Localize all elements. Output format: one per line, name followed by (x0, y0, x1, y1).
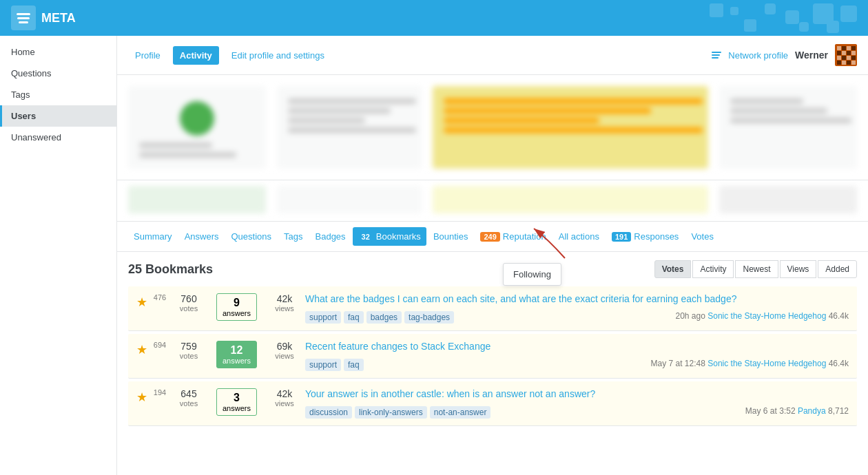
tags-row: support faq (305, 359, 364, 371)
sidebar: Home Questions Tags Users Unanswered (0, 36, 117, 475)
vote-count: 759 (180, 341, 196, 352)
tag[interactable]: tag-badges (404, 311, 454, 324)
table-row: ★ 476 760 votes 9 answers 42k views What… (128, 286, 857, 331)
tag[interactable]: support (305, 359, 341, 371)
profile-section-2 (117, 180, 868, 222)
table-row: ★ 694 759 votes 12 answers 69k views Rec… (128, 334, 857, 379)
votes-label: votes (180, 304, 198, 313)
vote-count: 645 (180, 388, 196, 399)
sidebar-item-unanswered[interactable]: Unanswered (0, 127, 116, 148)
meta-rep: 46.4k (829, 311, 849, 321)
tab-answers[interactable]: Answers (179, 227, 225, 246)
meta-user-link[interactable]: Sonic the Stay-Home Hedgehog (707, 359, 828, 368)
meta-user-link[interactable]: Sonic the Stay-Home Hedgehog (707, 311, 828, 321)
tag[interactable]: not-an-answer (430, 406, 491, 419)
sort-views[interactable]: Views (780, 260, 817, 278)
section-title: 25 Bookmarks (128, 262, 213, 277)
tab-responses[interactable]: 191 Responses (606, 227, 684, 246)
votes-cell: 759 votes (175, 341, 203, 360)
profile-stats-box (277, 86, 422, 169)
tab-votes[interactable]: Votes (685, 227, 719, 246)
bookmark-count: 194 (152, 388, 168, 397)
question-title[interactable]: Recent feature changes to Stack Exchange (305, 341, 490, 352)
votes-label: votes (180, 352, 198, 360)
sort-newest[interactable]: Newest (735, 260, 778, 278)
tab-profile[interactable]: Profile (128, 46, 167, 65)
question-content: Your answer is in another castle: when i… (305, 388, 849, 419)
view-count: 69k (277, 341, 293, 352)
sidebar-item-home[interactable]: Home (0, 41, 116, 63)
tag[interactable]: link-only-answers (355, 406, 427, 419)
bookmark-star-icon: ★ (136, 390, 147, 405)
top-tabs-bar: Profile Activity Edit profile and settin… (117, 36, 868, 75)
question-title[interactable]: Your answer is in another castle: when i… (305, 388, 595, 399)
meta-time: 20h ago (675, 311, 705, 321)
views-label: views (275, 304, 294, 313)
network-profile-label: Network profile (728, 50, 788, 61)
meta-rep: 8,712 (828, 406, 849, 416)
question-meta: May 6 at 3:52 Pandya 8,712 (745, 406, 849, 416)
question-list: ★ 476 760 votes 9 answers 42k views What… (117, 286, 868, 426)
answers-label: answers (223, 404, 251, 412)
tag[interactable]: discussion (305, 406, 352, 419)
views-label: views (275, 399, 294, 408)
avatar (835, 44, 857, 66)
tab-edit-profile[interactable]: Edit profile and settings (225, 46, 331, 65)
tab-questions[interactable]: Questions (225, 227, 277, 246)
bookmark-count: 694 (152, 341, 168, 350)
tab-summary[interactable]: Summary (128, 227, 178, 246)
section-title-text: Bookmarks (145, 262, 213, 276)
sort-votes[interactable]: Votes (654, 260, 692, 278)
tab-bounties[interactable]: Bounties (428, 227, 474, 246)
question-meta: 20h ago Sonic the Stay-Home Hedgehog 46.… (675, 311, 849, 321)
bookmark-star-icon: ★ (136, 295, 147, 310)
question-meta: May 7 at 12:48 Sonic the Stay-Home Hedge… (650, 359, 849, 368)
bookmarks-badge: 32 (358, 232, 373, 242)
sidebar-item-tags[interactable]: Tags (0, 84, 116, 105)
view-count: 42k (277, 293, 293, 304)
answer-count: 12 (223, 344, 251, 357)
answers-box: 3 answers (216, 388, 257, 416)
responses-badge: 191 (612, 232, 631, 242)
tags-row: discussion link-only-answers not-an-answ… (305, 406, 490, 419)
answer-count: 9 (223, 297, 251, 309)
sort-activity[interactable]: Activity (692, 260, 734, 278)
tag[interactable]: support (305, 311, 341, 324)
meta-time: May 6 at 3:52 (745, 406, 796, 416)
main-content: Profile Activity Edit profile and settin… (117, 36, 868, 475)
tab-badges[interactable]: Badges (310, 227, 351, 246)
sort-added[interactable]: Added (818, 260, 857, 278)
sidebar-item-questions[interactable]: Questions (0, 63, 116, 84)
meta-user-link[interactable]: Pandya (798, 406, 828, 416)
reputation-badge: 249 (480, 232, 499, 242)
answers-label: answers (223, 357, 251, 365)
site-header: META (0, 0, 868, 36)
sidebar-item-users[interactable]: Users (0, 105, 116, 127)
votes-cell: 760 votes (175, 293, 203, 313)
votes-cell: 645 votes (175, 388, 203, 408)
nav-tabs-bar: Summary Answers Questions Tags Badges 32… (117, 222, 868, 252)
nav-section: Summary Answers Questions Tags Badges 32… (117, 222, 868, 252)
question-content: Recent feature changes to Stack Exchange… (305, 341, 849, 371)
bookmark-star-icon: ★ (136, 342, 147, 357)
site-logo[interactable]: META (11, 6, 76, 30)
svg-rect-5 (799, 22, 809, 32)
tab-tags[interactable]: Tags (278, 227, 308, 246)
tag[interactable]: faq (344, 359, 364, 371)
views-cell: 42k views (271, 388, 298, 408)
following-tooltip: Following (503, 263, 561, 286)
tags-row: support faq badges tag-badges (305, 311, 454, 324)
tab-activity[interactable]: Activity (173, 46, 219, 65)
svg-rect-7 (744, 19, 756, 32)
tag[interactable]: faq (344, 311, 364, 324)
svg-rect-4 (827, 21, 839, 33)
views-cell: 42k views (271, 293, 298, 313)
views-cell: 69k views (271, 341, 298, 360)
question-title[interactable]: What are the badges I can earn on each s… (305, 293, 737, 304)
tag[interactable]: badges (366, 311, 402, 324)
tab-bookmarks[interactable]: 32 Bookmarks (353, 227, 426, 246)
logo-icon (11, 6, 36, 30)
network-profile-link[interactable]: Network profile Werner (712, 44, 857, 66)
answers-box: 9 answers (216, 293, 257, 321)
tooltip-label: Following (513, 269, 551, 279)
